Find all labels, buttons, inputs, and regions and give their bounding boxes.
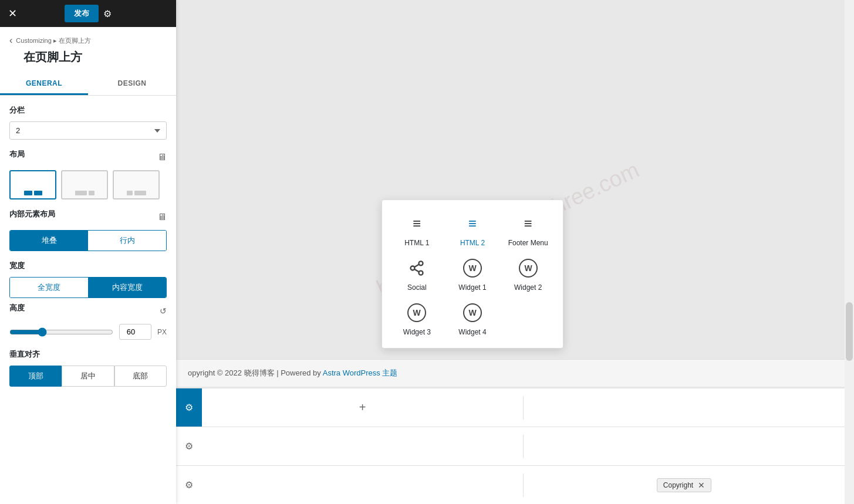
settings-gear-button[interactable]: ⚙ (103, 8, 112, 19)
widget-popup: ≡ HTML 1 ≡ HTML 2 ≡ Footer Menu (382, 199, 563, 349)
tabs-bar: GENERAL DESIGN (0, 73, 176, 96)
widget4-icon: W (461, 301, 484, 324)
row2-content2 (524, 427, 845, 465)
page-title: 在页脚上方 (0, 48, 176, 73)
widget4-label: Widget 4 (458, 328, 486, 336)
inner-monitor-icon: 🖥 (157, 212, 167, 222)
stack-button[interactable]: 堆叠 (10, 231, 88, 251)
scrollbar-track (845, 0, 854, 504)
refresh-icon[interactable]: ↺ (160, 306, 167, 316)
widget2-icon: W (517, 256, 540, 280)
inner-layout-label: 内部元素布局 (9, 209, 55, 219)
widget-social[interactable]: Social (394, 256, 440, 292)
bottom-row-3: ⚙ Copyright ✕ (176, 465, 845, 504)
layout-equal[interactable] (9, 170, 56, 199)
valign-toggle: 顶部 居中 底部 (9, 366, 167, 387)
svg-text:W: W (468, 263, 477, 273)
row1-gear[interactable]: ⚙ (176, 388, 202, 427)
bottom-rows: ⚙ + ⚙ ⚙ Copyright ✕ (176, 388, 845, 504)
height-input[interactable] (119, 324, 151, 340)
svg-text:W: W (413, 308, 421, 317)
widget1-label: Widget 1 (458, 283, 486, 292)
social-icon (405, 256, 428, 280)
svg-point-0 (419, 261, 423, 265)
row1-plus[interactable]: + (202, 388, 523, 427)
widget-html1[interactable]: ≡ HTML 1 (394, 212, 440, 247)
sidebar: ✕ 发布 ⚙ ‹ Customizing ▸ 在页脚上方 在页脚上方 GENER… (0, 0, 176, 504)
layout-right-wide[interactable] (113, 170, 160, 199)
valign-middle-button[interactable]: 居中 (62, 366, 114, 387)
row2-content (202, 427, 523, 465)
footer-copyright: opyright © 2022 晓得博客 | Powered by (188, 368, 323, 377)
publish-button[interactable]: 发布 (65, 5, 99, 22)
valign-label: 垂直对齐 (9, 349, 167, 360)
widget3-label: Widget 3 (403, 328, 431, 336)
height-unit: PX (157, 328, 167, 336)
inner-layout-toggle: 堆叠 行内 (9, 230, 167, 251)
footer-link[interactable]: Astra WordPress 主题 (323, 368, 398, 377)
svg-text:W: W (524, 263, 532, 273)
row2-gear[interactable]: ⚙ (176, 427, 202, 465)
copyright-badge-close[interactable]: ✕ (698, 481, 705, 489)
layout-options (9, 170, 167, 199)
height-slider[interactable] (9, 327, 113, 337)
monitor-icon: 🖥 (157, 152, 167, 163)
widget-html2[interactable]: ≡ HTML 2 (450, 212, 496, 247)
row3-gear[interactable]: ⚙ (176, 466, 202, 504)
width-label: 宽度 (9, 261, 167, 271)
html2-label: HTML 2 (460, 239, 485, 247)
widget-1[interactable]: W Widget 1 (450, 256, 496, 292)
html1-icon: ≡ (405, 212, 428, 235)
scrollbar-thumb[interactable] (846, 302, 853, 361)
width-toggle: 全宽度 内容宽度 (9, 277, 167, 298)
height-label: 高度 (9, 303, 25, 313)
breadcrumb: Customizing ▸ 在页脚上方 (16, 36, 91, 45)
svg-point-1 (411, 266, 415, 270)
html1-label: HTML 1 (404, 239, 429, 247)
footer-menu-icon: ≡ (517, 212, 540, 235)
inline-button[interactable]: 行内 (88, 231, 166, 251)
back-button[interactable]: ‹ (9, 35, 12, 46)
widget-3[interactable]: W Widget 3 (394, 301, 440, 336)
content-width-button[interactable]: 内容宽度 (88, 278, 166, 297)
widget1-icon: W (461, 256, 484, 280)
tab-general[interactable]: GENERAL (0, 73, 88, 95)
copyright-badge-label: Copyright (663, 481, 693, 489)
widget-2[interactable]: W Widget 2 (505, 256, 551, 292)
row3-left (202, 466, 523, 504)
footer-bar: opyright © 2022 晓得博客 | Powered by Astra … (176, 359, 845, 387)
breadcrumb-area: ‹ Customizing ▸ 在页脚上方 (0, 27, 176, 48)
svg-line-3 (414, 269, 419, 272)
header-bar: ✕ 发布 ⚙ (0, 0, 176, 27)
columns-select[interactable]: 2 1 3 4 (9, 121, 167, 140)
widget-footer-menu[interactable]: ≡ Footer Menu (505, 212, 551, 247)
valign-top-button[interactable]: 顶部 (9, 366, 62, 387)
widget-4[interactable]: W Widget 4 (450, 301, 496, 336)
valign-bottom-button[interactable]: 底部 (114, 366, 167, 387)
footer-menu-label: Footer Menu (508, 239, 548, 247)
svg-line-4 (414, 265, 419, 268)
svg-text:W: W (468, 308, 477, 317)
full-width-button[interactable]: 全宽度 (10, 278, 88, 297)
close-button[interactable]: ✕ (8, 8, 17, 19)
layout-left-wide[interactable] (61, 170, 108, 199)
widget3-icon: W (405, 301, 428, 324)
row3-badge-area: Copyright ✕ (524, 466, 845, 504)
tab-design[interactable]: DESIGN (88, 73, 176, 95)
html2-icon: ≡ (461, 212, 484, 235)
bottom-row-2: ⚙ (176, 427, 845, 465)
preview-area: https://www.pythonthree.com 晓得博客 opyrigh… (176, 0, 854, 504)
layout-label: 布局 (9, 149, 25, 160)
sidebar-content: 分栏 2 1 3 4 布局 🖥 (0, 96, 176, 504)
widget-grid: ≡ HTML 1 ≡ HTML 2 ≡ Footer Menu (394, 212, 551, 336)
social-label: Social (407, 283, 427, 292)
row1-content (524, 388, 845, 427)
svg-point-2 (419, 271, 423, 275)
copyright-badge: Copyright ✕ (657, 478, 711, 492)
bottom-row-1: ⚙ + (176, 388, 845, 427)
height-slider-row: PX (9, 324, 167, 340)
widget2-label: Widget 2 (514, 283, 542, 292)
columns-label: 分栏 (9, 105, 167, 116)
